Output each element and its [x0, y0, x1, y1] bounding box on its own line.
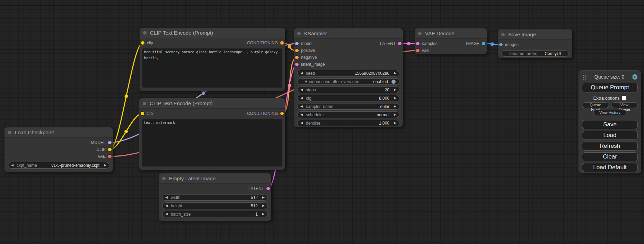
decrement-arrow-icon[interactable]: ◀: [165, 202, 170, 209]
widget-batch-size[interactable]: ◀batch_size1▶: [162, 211, 268, 217]
node-load-checkpoint[interactable]: Load CheckpointMODELCLIPVAE◀ckpt_namev1-…: [5, 127, 113, 172]
widget-steps[interactable]: ◀steps20▶: [297, 87, 399, 93]
increment-arrow-icon[interactable]: ▶: [391, 103, 396, 110]
save-button[interactable]: Save: [582, 120, 638, 129]
node-graph-canvas[interactable]: Load CheckpointMODELCLIPVAE◀ckpt_namev1-…: [0, 0, 644, 244]
output-slot-vae[interactable]: [108, 155, 112, 158]
node-vae-decode[interactable]: VAE DecodesamplesIMAGEvae: [415, 28, 487, 54]
output-slot-latent[interactable]: [398, 42, 402, 45]
link-midpoint-dot[interactable]: [125, 94, 128, 98]
widget-value: euler: [334, 104, 391, 109]
increment-arrow-icon[interactable]: ▶: [260, 194, 265, 201]
link-midpoint-dot[interactable]: [491, 43, 494, 46]
widget-filename-prefix[interactable]: filename_prefixComfyUI: [501, 50, 569, 57]
increment-arrow-icon[interactable]: ▶: [260, 211, 265, 217]
decrement-arrow-icon[interactable]: ◀: [300, 87, 305, 93]
decrement-arrow-icon[interactable]: ◀: [300, 120, 305, 126]
node-header[interactable]: VAE Decode: [415, 28, 487, 39]
queue-front-button[interactable]: Queue Front: [582, 102, 609, 108]
load-button[interactable]: Load: [582, 131, 638, 140]
widget-height[interactable]: ◀height512▶: [162, 202, 268, 209]
widget-label: width: [170, 195, 181, 200]
node-clip-text-encode-prompt[interactable]: CLIP Text Encode (Prompt)clipCONDITIONIN…: [140, 28, 285, 91]
widget-seed[interactable]: ◀seed156680208700286▶: [297, 70, 399, 76]
view-history-button[interactable]: View History: [593, 110, 626, 115]
decrement-arrow-icon[interactable]: ◀: [11, 162, 16, 169]
node-header[interactable]: KSampler: [294, 28, 403, 39]
node-header[interactable]: Empty Latent Image: [159, 173, 271, 184]
widget-value: 156680208700286: [316, 71, 391, 76]
increment-arrow-icon[interactable]: ▶: [391, 95, 396, 101]
collapse-dot-icon[interactable]: [418, 32, 422, 35]
link-midpoint-dot[interactable]: [407, 42, 411, 45]
input-slot-label: positive: [301, 48, 315, 53]
node-header[interactable]: Save Image: [498, 29, 572, 40]
increment-arrow-icon[interactable]: ▶: [391, 87, 396, 93]
node-header[interactable]: CLIP Text Encode (Prompt): [139, 98, 285, 109]
widget-ckpt-name[interactable]: ◀ckpt_namev1-5-pruned-emaonly.ckpt▶: [8, 162, 109, 169]
link-midpoint-dot[interactable]: [288, 45, 291, 48]
widget-sampler-name[interactable]: ◀sampler_nameeuler▶: [297, 103, 399, 110]
widget-scheduler[interactable]: ◀schedulernormal▶: [297, 111, 399, 118]
output-slot-image[interactable]: [482, 42, 485, 45]
widget-width[interactable]: ◀width512▶: [162, 194, 268, 201]
collapse-dot-icon[interactable]: [8, 131, 11, 134]
drag-handle-icon[interactable]: [583, 74, 587, 80]
node-save-image[interactable]: Save Imageimagesfilename_prefixComfyUI: [498, 29, 572, 58]
output-slot-conditioning[interactable]: [280, 112, 284, 115]
toggle-dot-icon[interactable]: [391, 80, 396, 84]
increment-arrow-icon[interactable]: ▶: [260, 202, 265, 209]
decrement-arrow-icon[interactable]: ◀: [165, 211, 170, 217]
widget-denoise[interactable]: ◀denoise1.000▶: [297, 120, 399, 126]
node-header[interactable]: CLIP Text Encode (Prompt): [140, 28, 285, 38]
decrement-arrow-icon[interactable]: ◀: [165, 194, 170, 201]
decrement-arrow-icon[interactable]: ◀: [300, 70, 305, 76]
collapse-dot-icon[interactable]: [143, 102, 146, 105]
link-midpoint-dot[interactable]: [124, 130, 128, 133]
input-slot-images[interactable]: [499, 43, 503, 46]
collapse-dot-icon[interactable]: [162, 177, 166, 180]
link-midpoint-dot[interactable]: [202, 91, 205, 95]
node-header[interactable]: Load Checkpoint: [5, 127, 113, 138]
decrement-arrow-icon[interactable]: ◀: [300, 111, 305, 118]
increment-arrow-icon[interactable]: ▶: [391, 120, 396, 126]
input-slot-samples[interactable]: [416, 42, 420, 45]
refresh-button[interactable]: Refresh: [582, 142, 638, 151]
view-queue-button[interactable]: View Queue: [611, 102, 638, 108]
prompt-textarea[interactable]: beautiful scenery nature glass bottle la…: [142, 48, 282, 88]
input-slot-latent-image[interactable]: [295, 63, 299, 66]
node-ksampler[interactable]: KSamplermodelLATENTpositivenegativelaten…: [294, 28, 403, 127]
input-slot-positive[interactable]: [295, 49, 299, 52]
node-title: KSampler: [304, 30, 327, 36]
node-clip-text-encode-prompt[interactable]: CLIP Text Encode (Prompt)clipCONDITIONIN…: [139, 98, 285, 170]
widget-cfg[interactable]: ◀cfg8.000▶: [297, 95, 399, 101]
input-slot-clip[interactable]: [141, 112, 144, 115]
input-slot-negative[interactable]: [295, 56, 299, 59]
output-slot-conditioning[interactable]: [280, 41, 284, 45]
decrement-arrow-icon[interactable]: ◀: [300, 95, 305, 101]
input-slot-vae[interactable]: [416, 49, 420, 52]
extra-options-checkbox[interactable]: [622, 96, 626, 100]
prompt-textarea[interactable]: text, watermark: [142, 119, 282, 166]
collapse-dot-icon[interactable]: [143, 31, 147, 35]
collapse-dot-icon[interactable]: [501, 33, 505, 36]
increment-arrow-icon[interactable]: ▶: [102, 162, 106, 169]
decrement-arrow-icon[interactable]: ◀: [300, 103, 305, 110]
queue-size-label: Queue size: 0: [587, 74, 632, 80]
widget-random-seed-after-every-gen[interactable]: Random seed after every genenabled: [297, 78, 399, 85]
load-default-button[interactable]: Load Default: [582, 163, 638, 172]
collapse-dot-icon[interactable]: [297, 32, 301, 35]
node-empty-latent-image[interactable]: Empty Latent ImageLATENT◀width512▶◀heigh…: [159, 173, 271, 221]
gear-icon[interactable]: [632, 74, 638, 80]
clear-button[interactable]: Clear: [582, 152, 638, 161]
output-slot-clip[interactable]: [108, 148, 112, 151]
increment-arrow-icon[interactable]: ▶: [391, 111, 396, 118]
input-slot-clip[interactable]: [141, 41, 144, 45]
widget-label: cfg: [305, 96, 312, 101]
queue-prompt-button[interactable]: Queue Prompt: [582, 83, 638, 92]
increment-arrow-icon[interactable]: ▶: [391, 70, 396, 76]
output-slot-latent[interactable]: [266, 187, 270, 190]
input-slot-model[interactable]: [295, 42, 299, 45]
output-slot-model[interactable]: [108, 141, 112, 144]
output-slot-label: CONDITIONING: [247, 40, 278, 45]
